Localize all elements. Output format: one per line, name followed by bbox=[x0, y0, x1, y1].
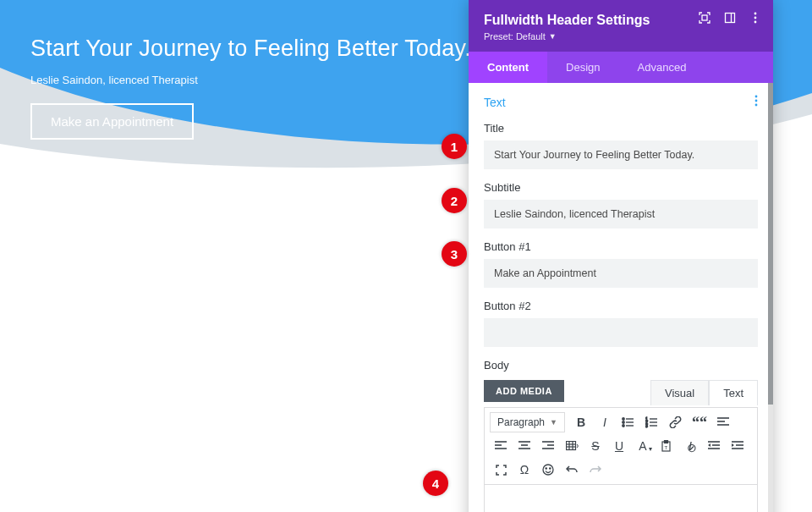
body-label: Body bbox=[484, 359, 758, 372]
fullscreen-icon[interactable] bbox=[490, 459, 512, 481]
editor-tab-visual[interactable]: Visual bbox=[650, 380, 709, 405]
svg-point-4 bbox=[754, 17, 757, 19]
svg-text:T: T bbox=[665, 445, 668, 450]
menu-dots-icon[interactable] bbox=[749, 12, 761, 24]
annotation-badge-1: 1 bbox=[442, 134, 467, 159]
align-center-icon[interactable] bbox=[513, 435, 535, 457]
title-label: Title bbox=[484, 122, 758, 135]
hero-title: Start Your Journey to Feeling Better Tod… bbox=[30, 36, 471, 62]
align-right-icon[interactable] bbox=[537, 435, 559, 457]
svg-point-48 bbox=[546, 468, 546, 469]
hero-cta-button[interactable]: Make an Appointment bbox=[30, 103, 194, 140]
title-input[interactable] bbox=[484, 140, 758, 169]
svg-point-11 bbox=[623, 421, 624, 423]
clear-formatting-icon[interactable]: I⊘ bbox=[679, 435, 701, 457]
section-menu-icon[interactable] bbox=[754, 95, 758, 110]
svg-point-47 bbox=[543, 465, 553, 475]
link-icon[interactable] bbox=[665, 411, 687, 433]
expand-icon[interactable] bbox=[699, 12, 710, 24]
svg-point-6 bbox=[755, 96, 758, 98]
svg-point-5 bbox=[754, 21, 757, 24]
blockquote-icon[interactable]: ““ bbox=[689, 411, 710, 433]
undo-icon[interactable] bbox=[561, 459, 583, 481]
paragraph-select[interactable]: Paragraph ▼ bbox=[490, 412, 565, 432]
panel-header: Fullwidth Header Settings Preset: Defaul… bbox=[469, 0, 773, 52]
button1-input[interactable] bbox=[484, 259, 758, 288]
tab-design[interactable]: Design bbox=[547, 52, 618, 83]
table-icon[interactable] bbox=[561, 435, 583, 457]
add-media-button[interactable]: ADD MEDIA bbox=[484, 380, 564, 402]
italic-icon[interactable]: I bbox=[594, 411, 616, 433]
svg-rect-33 bbox=[566, 441, 575, 449]
svg-point-9 bbox=[623, 418, 624, 420]
editor-toolbar: Paragraph ▼ B I 123 ““ bbox=[484, 407, 758, 485]
panel-tabs: Content Design Advanced bbox=[469, 52, 773, 83]
indent-icon[interactable] bbox=[727, 435, 749, 457]
editor-tab-text[interactable]: Text bbox=[709, 380, 758, 405]
preset-dropdown[interactable]: Preset: Default ▼ bbox=[484, 31, 557, 41]
svg-point-3 bbox=[754, 13, 757, 15]
emoji-icon[interactable] bbox=[537, 459, 559, 481]
strikethrough-icon[interactable]: S bbox=[584, 435, 606, 457]
svg-point-8 bbox=[755, 104, 758, 107]
svg-text:3: 3 bbox=[645, 423, 648, 428]
bulleted-list-icon[interactable] bbox=[617, 411, 639, 433]
outdent-icon[interactable] bbox=[703, 435, 725, 457]
tab-content[interactable]: Content bbox=[469, 52, 547, 83]
align-left-icon[interactable] bbox=[712, 411, 734, 433]
paragraph-select-label: Paragraph bbox=[497, 416, 545, 428]
align-left2-icon[interactable] bbox=[490, 435, 512, 457]
svg-rect-39 bbox=[665, 441, 668, 443]
button2-input[interactable] bbox=[484, 318, 758, 347]
paste-text-icon[interactable]: T bbox=[656, 435, 678, 457]
svg-point-7 bbox=[755, 100, 758, 102]
numbered-list-icon[interactable]: 123 bbox=[641, 411, 663, 433]
hero-subtitle: Leslie Saindon, licenced Therapist bbox=[30, 74, 471, 86]
snap-icon[interactable] bbox=[724, 12, 736, 24]
chevron-down-icon: ▼ bbox=[549, 32, 557, 41]
text-color-icon[interactable]: A▾ bbox=[632, 435, 654, 457]
subtitle-label: Subtitle bbox=[484, 181, 758, 194]
annotation-badge-2: 2 bbox=[442, 188, 467, 213]
svg-point-49 bbox=[550, 468, 551, 469]
special-char-icon[interactable]: Ω bbox=[513, 459, 535, 481]
settings-panel: Fullwidth Header Settings Preset: Defaul… bbox=[469, 0, 773, 512]
scrollbar-thumb[interactable] bbox=[768, 83, 773, 405]
annotation-badge-3: 3 bbox=[442, 241, 467, 267]
section-text-title: Text bbox=[484, 96, 506, 109]
button2-label: Button #2 bbox=[484, 300, 758, 312]
editor-content-area[interactable] bbox=[484, 485, 758, 512]
scrollbar-track[interactable] bbox=[768, 83, 773, 512]
annotation-badge-4: 4 bbox=[423, 471, 448, 496]
svg-rect-0 bbox=[702, 15, 707, 20]
tab-advanced[interactable]: Advanced bbox=[619, 52, 705, 83]
subtitle-input[interactable] bbox=[484, 200, 758, 228]
svg-rect-1 bbox=[726, 14, 735, 23]
chevron-down-icon: ▼ bbox=[550, 418, 557, 427]
panel-body: Text Title Subtitle Button #1 Button #2 bbox=[469, 83, 773, 512]
button1-label: Button #1 bbox=[484, 240, 758, 253]
bold-icon[interactable]: B bbox=[570, 411, 592, 433]
preset-label: Preset: Default bbox=[484, 31, 546, 41]
svg-point-13 bbox=[623, 425, 624, 427]
underline-icon[interactable]: U bbox=[608, 435, 630, 457]
redo-icon[interactable] bbox=[584, 459, 606, 481]
